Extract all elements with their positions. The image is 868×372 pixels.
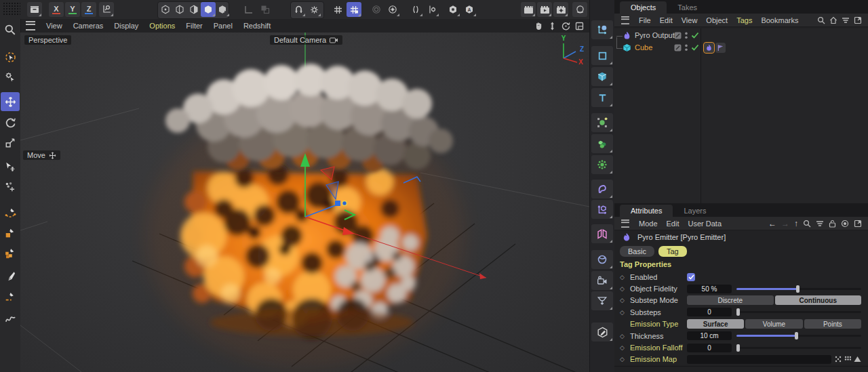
- modeling-hex-eye-icon[interactable]: [446, 2, 460, 17]
- objects-menu-edit[interactable]: Edit: [660, 16, 673, 24]
- points-move-tool-icon[interactable]: [1, 178, 20, 197]
- coordinates-icon[interactable]: [591, 20, 613, 39]
- objects-home-icon[interactable]: [829, 16, 837, 24]
- pyro-emitter-tag-icon[interactable]: [704, 43, 714, 53]
- material-sphere-icon[interactable]: [572, 2, 587, 17]
- menu-redshift[interactable]: Redshift: [243, 22, 271, 30]
- workplane-axis-icon[interactable]: [99, 2, 114, 17]
- display-shaded-icon[interactable]: [201, 2, 216, 17]
- symmetry-icon[interactable]: [408, 2, 423, 17]
- emission-type-points-button[interactable]: Points: [804, 319, 861, 329]
- object-name[interactable]: Pyro Output: [635, 31, 675, 39]
- section-tab-tag[interactable]: Tag: [658, 246, 687, 257]
- text-icon[interactable]: [591, 88, 613, 107]
- render-view-icon[interactable]: [521, 2, 536, 17]
- symmetry-settings-icon[interactable]: [425, 2, 439, 17]
- modeling-hex-axis-icon[interactable]: A: [462, 2, 477, 17]
- forward-icon[interactable]: →: [781, 219, 789, 228]
- substep-mode-continuous-button[interactable]: Continuous: [775, 295, 862, 305]
- display-wire-dot-icon[interactable]: [158, 2, 173, 17]
- tweak-tool-icon[interactable]: [1, 68, 20, 87]
- lock-icon[interactable]: [829, 220, 836, 228]
- texture-dots-icon[interactable]: [835, 356, 842, 363]
- section-tab-basic[interactable]: Basic: [620, 246, 654, 257]
- grid-snap-lock-icon[interactable]: [347, 2, 361, 17]
- camera-label[interactable]: Default Camera: [270, 35, 342, 45]
- brush-tool-icon[interactable]: [1, 267, 20, 286]
- objects-filter-icon[interactable]: [842, 16, 850, 24]
- objects-menu-view[interactable]: View: [682, 16, 698, 24]
- target-settings-icon[interactable]: [385, 2, 400, 17]
- keyframe-diamond-icon[interactable]: ◇: [620, 285, 630, 292]
- sketch-tool-icon[interactable]: [1, 224, 20, 243]
- up-icon[interactable]: ↑: [794, 219, 798, 228]
- keyframe-diamond-icon[interactable]: ◇: [620, 333, 630, 339]
- tag-properties-heading[interactable]: Tag Properties: [620, 260, 671, 268]
- render-picture-viewer-icon[interactable]: [537, 2, 552, 17]
- generator-icon[interactable]: [591, 113, 613, 132]
- substeps-input[interactable]: 0: [687, 308, 732, 316]
- track-icon[interactable]: [841, 220, 849, 228]
- objects-search-icon[interactable]: [817, 16, 825, 24]
- editable-toggle-icon[interactable]: [674, 44, 682, 51]
- tab-layers[interactable]: Layers: [673, 205, 717, 217]
- dolly-icon[interactable]: [548, 22, 557, 30]
- editable-toggle-icon[interactable]: [674, 32, 682, 39]
- snap-magnet-icon[interactable]: [291, 2, 306, 17]
- attributes-filter-icon[interactable]: [816, 220, 824, 228]
- viewport-3d[interactable]: Perspective Default Camera Move Y Z X: [20, 33, 589, 372]
- attributes-menu-hamburger-icon[interactable]: [621, 220, 629, 228]
- viewport-menu-hamburger-icon[interactable]: [26, 21, 35, 30]
- object-fidelity-input[interactable]: 50 %: [687, 285, 732, 293]
- attributes-menu-mode[interactable]: Mode: [639, 220, 658, 228]
- objects-menu-bookmarks[interactable]: Bookmarks: [761, 16, 798, 24]
- enabled-check-icon[interactable]: [691, 44, 699, 51]
- emission-map-field[interactable]: [687, 355, 831, 364]
- keyframe-diamond-icon[interactable]: ◇: [620, 356, 630, 363]
- spline-icon[interactable]: [591, 46, 613, 65]
- y-axis-lock-button[interactable]: Y: [65, 2, 80, 17]
- attributes-popout-icon[interactable]: [854, 220, 862, 228]
- keyframe-diamond-icon[interactable]: ◇: [620, 297, 630, 304]
- menu-display[interactable]: Display: [114, 22, 138, 30]
- object-row-pyro-output[interactable]: Pyro Output: [614, 30, 868, 42]
- tab-takes[interactable]: Takes: [667, 1, 708, 14]
- measure-tool-icon[interactable]: [1, 287, 20, 306]
- layout-quad-icon[interactable]: [258, 2, 273, 17]
- mirror-icon[interactable]: [591, 224, 613, 243]
- z-axis-lock-button[interactable]: Z: [81, 2, 96, 17]
- material-icon[interactable]: [591, 323, 613, 342]
- selection-move-tool-icon[interactable]: [1, 157, 20, 176]
- fields-icon[interactable]: [591, 155, 613, 174]
- tab-objects[interactable]: Objects: [620, 1, 667, 14]
- thickness-slider[interactable]: [736, 331, 861, 340]
- keyframe-diamond-icon[interactable]: ◇: [620, 274, 630, 281]
- layout-single-icon[interactable]: [241, 2, 256, 17]
- pan-hand-icon[interactable]: [534, 22, 543, 30]
- attributes-menu-edit[interactable]: Edit: [667, 220, 679, 228]
- attributes-search-icon[interactable]: [803, 220, 811, 228]
- display-half-shaded-icon[interactable]: [186, 2, 201, 17]
- emission-type-surface-button[interactable]: Surface: [687, 319, 744, 329]
- emission-falloff-slider[interactable]: [736, 344, 861, 352]
- tab-attributes[interactable]: Attributes: [620, 205, 673, 217]
- environment-icon[interactable]: [591, 200, 613, 219]
- array-icon[interactable]: [591, 134, 613, 153]
- menu-cameras[interactable]: Cameras: [73, 22, 104, 30]
- substep-mode-discrete-button[interactable]: Discrete: [687, 295, 774, 305]
- spline-smooth-tool-icon[interactable]: [1, 309, 20, 328]
- objects-popout-icon[interactable]: [854, 16, 862, 24]
- maximize-view-icon[interactable]: [575, 22, 584, 30]
- volume-icon[interactable]: [591, 250, 613, 269]
- target-inactive-icon[interactable]: [369, 2, 384, 17]
- texture-triangle-icon[interactable]: [854, 356, 861, 363]
- archive-icon[interactable]: [27, 2, 42, 17]
- objects-menu-file[interactable]: File: [639, 16, 651, 24]
- substeps-slider[interactable]: [736, 308, 861, 316]
- view-label[interactable]: Perspective: [24, 35, 71, 45]
- x-axis-lock-button[interactable]: X: [49, 2, 64, 17]
- thickness-input[interactable]: 10 cm: [687, 331, 732, 340]
- display-shaded-lines-icon[interactable]: [215, 2, 230, 17]
- volume-pen-tool-icon[interactable]: [1, 244, 20, 263]
- render-settings-icon[interactable]: [553, 2, 568, 17]
